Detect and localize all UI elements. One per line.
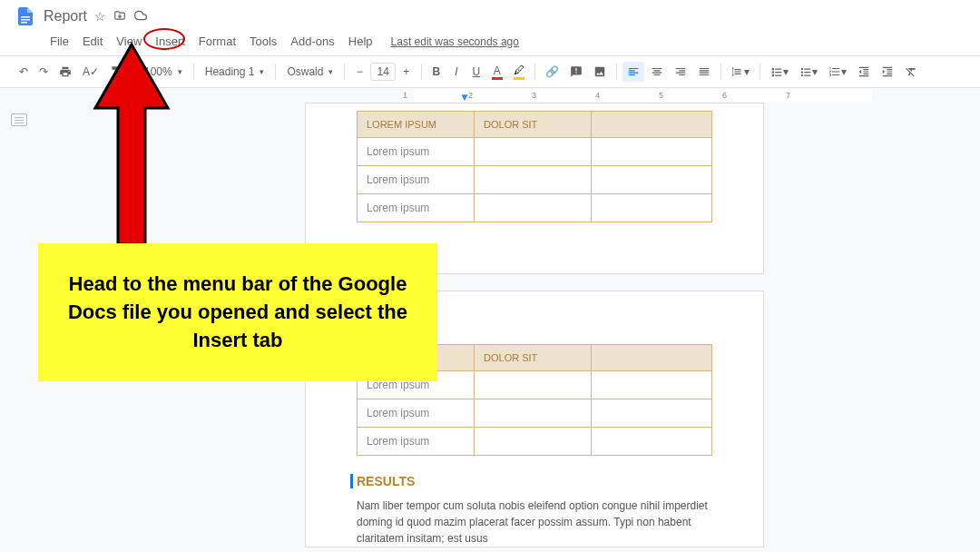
align-left-button[interactable]	[622, 62, 644, 82]
underline-button[interactable]: U	[467, 62, 485, 82]
docs-logo-icon[interactable]	[15, 5, 36, 27]
menu-tools[interactable]: Tools	[243, 31, 283, 52]
line-spacing-button[interactable]: ▾	[727, 62, 754, 82]
table-header[interactable]: DOLOR SIT	[475, 112, 592, 138]
numbered-list-button[interactable]: ▾	[824, 62, 851, 82]
style-dropdown[interactable]: Heading 1	[200, 63, 270, 81]
table-row[interactable]: Lorem ipsum	[358, 194, 712, 222]
table-header[interactable]: DOLOR SIT	[475, 345, 592, 371]
bold-button[interactable]: B	[427, 62, 446, 82]
svg-point-4	[801, 71, 803, 73]
svg-rect-2	[21, 22, 27, 24]
table-row[interactable]: Lorem ipsum	[358, 428, 712, 456]
table-header[interactable]	[592, 345, 712, 371]
outline-toggle-icon[interactable]	[11, 113, 27, 126]
instruction-callout: Head to the menu bar of the Google Docs …	[38, 243, 437, 381]
checklist-button[interactable]: ▾	[766, 62, 793, 82]
ruler-mark: 5	[659, 91, 663, 100]
decrease-font-button[interactable]: −	[350, 62, 368, 82]
ruler-mark: 3	[532, 91, 536, 100]
ruler-mark: 7	[786, 91, 790, 100]
insert-link-button[interactable]: 🔗	[541, 62, 564, 82]
svg-point-5	[801, 74, 803, 76]
ruler-mark: 4	[595, 91, 600, 100]
table-row[interactable]: Lorem ipsum	[358, 166, 712, 194]
table-row[interactable]: Lorem ipsum	[358, 399, 712, 428]
insert-image-button[interactable]	[589, 62, 611, 82]
increase-font-button[interactable]: +	[397, 62, 416, 82]
ruler-mark: 2	[468, 91, 473, 100]
menu-format[interactable]: Format	[192, 31, 242, 52]
star-icon[interactable]: ☆	[94, 9, 106, 24]
redo-button[interactable]: ↷	[34, 62, 53, 82]
undo-button[interactable]: ↶	[15, 62, 33, 82]
text-color-button[interactable]: A	[487, 61, 507, 84]
highlight-button[interactable]: 🖊	[509, 60, 529, 84]
move-folder-icon[interactable]	[113, 9, 126, 25]
svg-point-3	[801, 68, 803, 70]
document-title[interactable]: Report	[44, 8, 87, 25]
svg-rect-0	[21, 16, 30, 18]
menu-help[interactable]: Help	[342, 31, 379, 52]
results-heading[interactable]: RESULTS	[350, 474, 712, 488]
cloud-status-icon[interactable]	[133, 9, 148, 25]
annotation-arrow	[91, 40, 172, 252]
ruler-mark: 1	[403, 91, 407, 100]
table-row[interactable]: Lorem ipsum	[358, 138, 712, 166]
ruler-mark: 6	[722, 91, 727, 100]
table-header[interactable]: LOREM IPSUM	[358, 112, 475, 138]
svg-rect-1	[21, 19, 30, 21]
last-edit-link[interactable]: Last edit was seconds ago	[391, 35, 519, 48]
increase-indent-button[interactable]	[877, 62, 898, 82]
italic-button[interactable]: I	[447, 62, 466, 82]
align-justify-button[interactable]	[693, 62, 715, 82]
align-center-button[interactable]	[646, 62, 668, 82]
table-header[interactable]	[592, 112, 712, 138]
document-table[interactable]: LOREM IPSUM DOLOR SIT Lorem ipsum Lorem …	[357, 111, 712, 222]
body-paragraph[interactable]: Nam liber tempor cum soluta nobis eleife…	[357, 498, 712, 547]
menu-addons[interactable]: Add-ons	[284, 31, 340, 52]
font-size-input[interactable]: 14	[370, 63, 395, 81]
clear-formatting-button[interactable]	[900, 62, 922, 82]
align-right-button[interactable]	[670, 62, 691, 82]
font-dropdown[interactable]: Oswald	[281, 63, 338, 81]
decrease-indent-button[interactable]	[853, 62, 875, 82]
print-button[interactable]	[54, 62, 76, 82]
insert-comment-button[interactable]	[565, 62, 587, 82]
menu-file[interactable]: File	[44, 31, 75, 52]
bulleted-list-button[interactable]: ▾	[795, 62, 822, 82]
